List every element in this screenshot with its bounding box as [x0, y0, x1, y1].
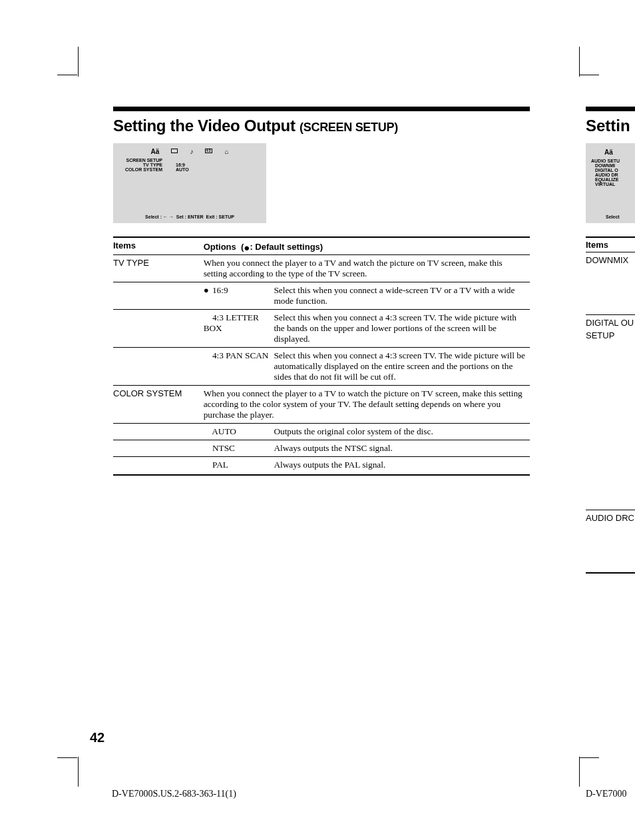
- option-name: ● 16:9: [204, 282, 274, 310]
- main-content: Setting the Video Output (SCREEN SETUP) …: [113, 107, 530, 476]
- osd-icon-row: Aä ♪ 4:3 ⌂: [118, 149, 261, 155]
- osd-item-value: 16:9: [176, 163, 185, 167]
- osd-menu-lines: SCREEN SETUP TV TYPE16:9 COLOR SYSTEMAUT…: [118, 158, 261, 172]
- parental-icon: ⌂: [224, 149, 228, 155]
- osd-item: DIGITAL O: [591, 168, 635, 173]
- language-icon: Aä: [151, 149, 160, 155]
- item-name: DOWNMIX: [586, 252, 635, 268]
- page-number: 42: [90, 730, 105, 745]
- item-name: TV TYPE: [113, 255, 204, 282]
- document-id: D-VE7000S.US.2-683-363-11(1): [112, 789, 236, 799]
- osd-item-label: TV TYPE: [118, 163, 176, 167]
- default-bullet-icon: ●: [204, 285, 210, 296]
- osd-footer: Select : ← → Set : ENTER Exit : SETUP: [113, 214, 266, 219]
- crop-mark: [57, 757, 77, 758]
- option-desc: Select this when you connect a wide-scre…: [274, 282, 530, 310]
- options-table: Items Options (●: Default settings) TV T…: [113, 236, 530, 476]
- screen-icon: [171, 149, 178, 153]
- col-header-items: Items: [113, 237, 204, 255]
- osd-icon-row: Aä: [591, 149, 635, 156]
- option-name: NTSC: [204, 440, 274, 457]
- option-desc: Select this when you connect a 4:3 scree…: [274, 310, 530, 348]
- osd-preview: Aä AUDIO SETU DOWNMI DIGITAL O AUDIO DR …: [586, 143, 635, 223]
- crop-mark: [57, 75, 77, 75]
- col-header-options: Options (●: Default settings): [204, 237, 530, 255]
- osd-menu-lines: AUDIO SETU DOWNMI DIGITAL O AUDIO DR EQU…: [591, 159, 635, 187]
- option-name: 4:3 LETTER BOX: [204, 310, 274, 348]
- osd-item: EQUALIZE: [591, 177, 635, 182]
- osd-item: DOWNMI: [591, 163, 635, 168]
- heading-bar: [113, 107, 530, 111]
- crop-mark: [579, 47, 580, 77]
- option-desc: Outputs the original color system of the…: [274, 424, 530, 440]
- page-title-partial: Settin: [586, 117, 635, 135]
- crop-mark: [579, 75, 599, 75]
- crop-mark: [579, 757, 580, 787]
- osd-item: AUDIO DR: [591, 173, 635, 177]
- document-id-partial: D-VE7000: [586, 789, 626, 799]
- crop-mark: [78, 47, 79, 77]
- option-desc: Always outputs the NTSC signal.: [274, 440, 530, 457]
- osd-heading: AUDIO SETU: [591, 159, 635, 163]
- options-table-partial: Items DOWNMIX DIGITAL OU SETUP AUDIO DRC: [586, 236, 635, 574]
- col-header-items: Items: [586, 236, 635, 252]
- option-name: AUTO: [204, 424, 274, 440]
- option-desc: Select this when you connect a 4:3 scree…: [274, 348, 530, 386]
- item-name: SETUP: [586, 328, 635, 343]
- custom-icon: 4:3: [205, 149, 212, 153]
- item-name: AUDIO DRC: [586, 510, 635, 526]
- item-intro: When you connect the player to a TV to w…: [204, 386, 530, 424]
- title-main: Setting the Video Output: [113, 117, 300, 135]
- option-name: 4:3 PAN SCAN: [204, 348, 274, 386]
- crop-mark: [78, 757, 79, 787]
- osd-item: VIRTUAL: [591, 182, 635, 187]
- title-sub: (SCREEN SETUP): [300, 121, 398, 134]
- page-title: Setting the Video Output (SCREEN SETUP): [113, 117, 530, 135]
- osd-item-value: AUTO: [176, 167, 189, 172]
- option-name: PAL: [204, 457, 274, 476]
- item-intro: When you connect the player to a TV and …: [204, 255, 530, 282]
- osd-heading: SCREEN SETUP: [118, 158, 176, 163]
- osd-footer: Select: [606, 214, 620, 219]
- osd-preview: Aä ♪ 4:3 ⌂ SCREEN SETUP TV TYPE16:9 COLO…: [113, 143, 266, 223]
- item-name: COLOR SYSTEM: [113, 386, 204, 424]
- audio-icon: ♪: [190, 149, 193, 155]
- heading-bar: [586, 107, 635, 111]
- next-page-partial: Settin Aä AUDIO SETU DOWNMI DIGITAL O AU…: [586, 107, 635, 574]
- option-desc: Always outputs the PAL signal.: [274, 457, 530, 476]
- crop-mark: [579, 757, 599, 758]
- language-icon: Aä: [604, 149, 613, 156]
- osd-item-label: COLOR SYSTEM: [118, 167, 176, 172]
